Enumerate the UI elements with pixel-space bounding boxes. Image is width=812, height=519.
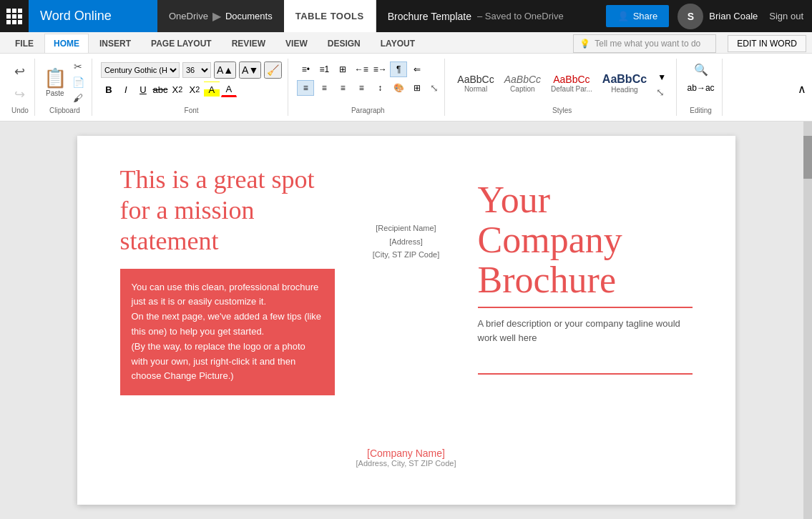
justify-button[interactable]: ≡ [353,80,370,96]
mission-title[interactable]: This is a great spot for a mission state… [120,164,335,257]
increase-indent-button[interactable]: ≡→ [371,61,388,77]
bullets-button[interactable]: ≡• [297,61,314,77]
undo-group: ↩ ↪ Undo [6,59,35,116]
share-button[interactable]: 👤 Share [606,5,670,27]
address-block[interactable]: [Recipient Name] [Address] [City, ST ZIP… [373,222,440,262]
line-spacing-button[interactable]: ↕ [371,80,388,96]
redo-button[interactable]: ↪ [11,84,28,105]
style-normal[interactable]: AaBbCc Normal [454,71,497,95]
doc-title: Brochure Template [388,11,471,22]
superscript-button[interactable]: X2 [187,81,202,97]
replace-button[interactable]: ab→ac [693,80,710,96]
paste-button[interactable]: 📋 Paste [44,67,67,97]
borders-button[interactable]: ⊞ [409,80,426,96]
undo-button[interactable]: ↩ [11,61,28,82]
style-heading-preview: AaBbCc [602,73,647,86]
align-center-button[interactable]: ≡ [315,80,333,96]
paragraph-group-label: Paragraph [351,105,385,116]
scrollbar-thumb[interactable] [803,136,812,179]
tab-page-layout[interactable]: PAGE LAYOUT [142,34,221,53]
clipboard-small-buttons: ✂ 📄 🖌 [71,59,86,105]
vertical-scrollbar[interactable] [803,122,812,519]
style-heading-label: Heading [611,86,637,94]
clear-formatting-button[interactable]: 🧹 [264,61,282,79]
tab-review[interactable]: REVIEW [222,34,275,53]
strikethrough-button[interactable]: abc [152,81,168,97]
underline-button[interactable]: U [135,81,151,97]
text-highlight-button[interactable]: A [204,81,220,97]
numbering-button[interactable]: ≡1 [315,61,333,77]
ribbon-collapse-button[interactable]: ∧ [798,82,806,96]
tab-design[interactable]: DESIGN [318,34,370,53]
tell-me-bar[interactable]: 💡 Tell me what you want to do [573,34,716,53]
user-avatar: S [678,4,703,29]
sign-out-link[interactable]: Sign out [769,11,803,21]
align-left-button[interactable]: ≡ [297,80,314,96]
shading-button[interactable]: 🎨 [390,80,407,96]
top-bar: Word Online OneDrive ▶ Documents TABLE T… [0,0,812,32]
cut-button[interactable]: ✂ [71,59,86,74]
styles-more-button[interactable]: ▼ [653,69,670,85]
app-title-area: Word Online [29,0,157,32]
tab-view[interactable]: VIEW [276,34,317,53]
style-default-preview: AaBbCc [553,74,590,85]
style-heading[interactable]: AaBbCc Heading [599,71,650,96]
rtl-button[interactable]: ⇐ [409,61,426,77]
table-tools-label: TABLE TOOLS [295,11,364,21]
waffle-menu[interactable] [0,0,29,32]
breadcrumb-separator: ▶ [212,9,221,23]
paragraph-group: ≡• ≡1 ⊞ ←≡ ≡→ ¶ ⇐ ≡ ≡ ≡ ≡ ↕ 🎨 ⊞ ⤡ Paragr… [291,59,445,116]
italic-button[interactable]: I [118,81,134,97]
tab-home[interactable]: HOME [44,34,89,53]
show-hide-button[interactable]: ¶ [390,61,407,77]
breadcrumb-documents[interactable]: Documents [225,11,273,21]
font-group: Century Gothic (H... 36 A▲ A▼ 🧹 B I U ab… [95,59,288,116]
copy-button[interactable]: 📄 [71,75,86,89]
tell-me-text: Tell me what you want to do [595,39,700,49]
breadcrumb-root[interactable]: OneDrive [169,11,208,21]
style-default-par[interactable]: AaBbCc Default Par... [547,71,596,95]
paste-icon: 📋 [44,67,67,89]
font-family-select[interactable]: Century Gothic (H... [101,62,180,78]
font-size-increase-button[interactable]: A▲ [214,61,236,79]
style-caption[interactable]: AaBbCc Caption [501,71,544,95]
styles-group-label: Styles [552,105,572,116]
company-brochure-title[interactable]: Your Company Brochure [478,179,693,308]
styles-expand-icon[interactable]: ⤡ [656,86,670,98]
red-box[interactable]: You can use this clean, professional bro… [120,269,335,396]
editing-group: 🔍 ab→ac Editing [680,59,723,116]
company-address-footer: [Address, City, ST ZIP Code] [356,459,456,468]
company-name-footer[interactable]: [Company Name] [356,448,456,459]
tab-insert[interactable]: INSERT [90,34,140,53]
align-right-button[interactable]: ≡ [334,80,351,96]
company-title-your: Your [478,179,693,222]
font-size-decrease-button[interactable]: A▼ [239,61,261,79]
tab-file[interactable]: FILE [6,34,43,53]
undo-group-label: Undo [11,105,29,116]
format-painter-button[interactable]: 🖌 [71,91,86,105]
tab-layout[interactable]: LAYOUT [371,34,424,53]
red-box-text: You can use this clean, professional bro… [132,282,322,382]
bold-button[interactable]: B [101,81,117,97]
editing-group-label: Editing [690,105,712,116]
paragraph-expand-icon[interactable]: ⤡ [430,82,439,94]
lightbulb-icon: 💡 [579,39,590,49]
search-button[interactable]: 🔍 [693,61,710,77]
multilevel-list-button[interactable]: ⊞ [334,61,351,77]
style-caption-label: Caption [510,85,534,93]
font-color-button[interactable]: A [221,81,237,97]
font-size-select[interactable]: 36 [182,62,211,78]
clipboard-group-label: Clipboard [49,105,80,116]
center-column: [Recipient Name] [Address] [City, ST ZIP… [349,164,464,468]
city-state-zip: [City, ST ZIP Code] [373,248,440,262]
font-group-label: Font [185,105,199,116]
subscript-button[interactable]: X2 [170,81,185,97]
decrease-indent-button[interactable]: ←≡ [353,61,370,77]
share-label: Share [633,11,658,21]
doc-title-area: Brochure Template – Saved to OneDrive [376,0,606,32]
ribbon-tabs: FILE HOME INSERT PAGE LAYOUT REVIEW VIEW… [0,32,812,54]
edit-in-word-button[interactable]: EDIT IN WORD [728,35,806,52]
document-page: This is a great spot for a mission state… [77,136,735,505]
right-column: Your Company Brochure A brief descriptio… [478,164,693,468]
style-normal-label: Normal [464,85,487,93]
